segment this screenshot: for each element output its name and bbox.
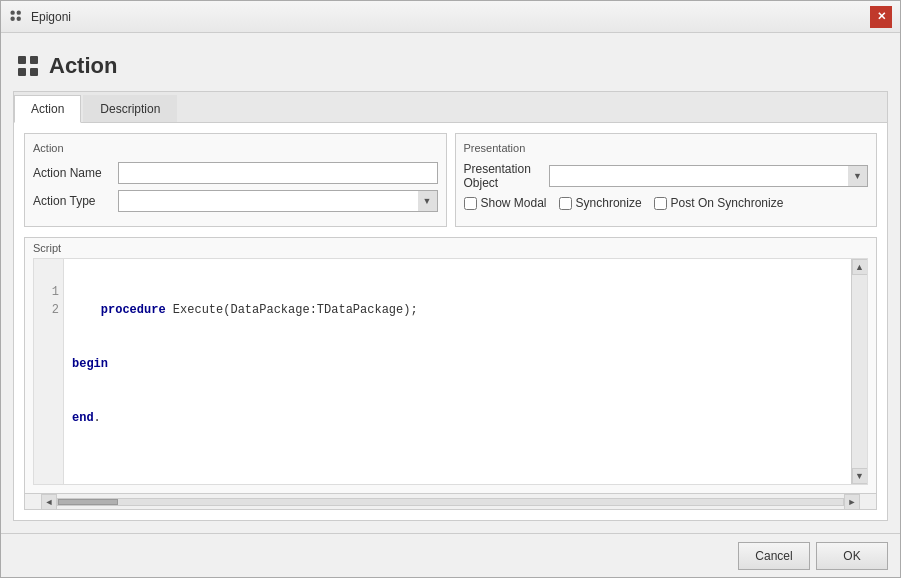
scrollbar-x: ◄ ► [25, 493, 876, 509]
code-line-end: end. [72, 409, 859, 427]
line-number: 2 [38, 301, 59, 319]
scroll-right-button[interactable]: ► [844, 494, 860, 510]
line-number [38, 265, 59, 283]
scrollbar-x-thumb[interactable] [58, 499, 118, 505]
scrollbar-y[interactable]: ▲ ▼ [851, 259, 867, 484]
scroll-left-button[interactable]: ◄ [41, 494, 57, 510]
top-panels: Action Action Name Action Type ▼ [24, 133, 877, 227]
window-title: Epigoni [31, 10, 870, 24]
tab-action[interactable]: Action [14, 95, 81, 123]
tab-description[interactable]: Description [83, 95, 177, 122]
page-header: Action [13, 45, 888, 91]
content-area: Action Action Description Action Action … [1, 33, 900, 533]
show-modal-label: Show Modal [481, 196, 547, 210]
action-type-select-wrapper: ▼ [118, 190, 438, 212]
line-numbers: 1 2 [34, 259, 64, 484]
script-panel-label: Script [25, 238, 876, 258]
code-line-procedure: procedure Execute(DataPackage:TDataPacka… [72, 301, 859, 319]
post-on-synchronize-label: Post On Synchronize [671, 196, 784, 210]
main-window: Epigoni ✕ Action Action Description [0, 0, 901, 578]
svg-point-1 [17, 10, 21, 14]
close-button[interactable]: ✕ [870, 6, 892, 28]
action-name-row: Action Name [33, 162, 438, 184]
scrollbar-x-track [57, 498, 844, 506]
synchronize-checkbox-item[interactable]: Synchronize [559, 196, 642, 210]
script-panel: Script 1 2 procedure Execute(DataPackage… [24, 237, 877, 510]
action-type-label: Action Type [33, 194, 118, 208]
svg-point-2 [10, 16, 14, 20]
tabs-container: Action Description Action Action Name Ac… [13, 91, 888, 521]
checkboxes-row: Show Modal Synchronize Post On Synchroni… [464, 196, 869, 210]
tab-action-content: Action Action Name Action Type ▼ [14, 123, 887, 520]
synchronize-checkbox[interactable] [559, 197, 572, 210]
action-name-input[interactable] [118, 162, 438, 184]
svg-rect-4 [18, 56, 26, 64]
presentation-object-label: Presentation Object [464, 162, 549, 190]
presentation-object-select[interactable] [549, 165, 869, 187]
svg-rect-7 [30, 68, 38, 76]
svg-rect-5 [30, 56, 38, 64]
show-modal-checkbox-item[interactable]: Show Modal [464, 196, 547, 210]
tab-bar: Action Description [14, 92, 887, 123]
app-icon [9, 9, 25, 25]
post-on-synchronize-checkbox-item[interactable]: Post On Synchronize [654, 196, 784, 210]
presentation-object-row: Presentation Object ▼ [464, 162, 869, 190]
code-line-begin: begin [72, 355, 859, 373]
line-number: 1 [38, 283, 59, 301]
post-on-synchronize-checkbox[interactable] [654, 197, 667, 210]
script-code[interactable]: procedure Execute(DataPackage:TDataPacka… [64, 259, 867, 484]
header-grid-icon [17, 55, 39, 77]
svg-point-0 [10, 10, 14, 14]
titlebar: Epigoni ✕ [1, 1, 900, 33]
bottom-bar: Cancel OK [1, 533, 900, 577]
scroll-up-button[interactable]: ▲ [852, 259, 868, 275]
presentation-object-select-wrapper: ▼ [549, 165, 869, 187]
scrollbar-y-track [852, 275, 867, 468]
page-title: Action [49, 53, 117, 79]
action-panel-label: Action [33, 142, 438, 154]
action-panel: Action Action Name Action Type ▼ [24, 133, 447, 227]
cancel-button[interactable]: Cancel [738, 542, 810, 570]
svg-point-3 [17, 16, 21, 20]
action-type-row: Action Type ▼ [33, 190, 438, 212]
script-editor: 1 2 procedure Execute(DataPackage:TDataP… [33, 258, 868, 485]
scroll-down-button[interactable]: ▼ [852, 468, 868, 484]
action-name-label: Action Name [33, 166, 118, 180]
show-modal-checkbox[interactable] [464, 197, 477, 210]
ok-button[interactable]: OK [816, 542, 888, 570]
svg-rect-6 [18, 68, 26, 76]
presentation-panel-label: Presentation [464, 142, 869, 154]
synchronize-label: Synchronize [576, 196, 642, 210]
action-type-select[interactable] [118, 190, 438, 212]
presentation-panel: Presentation Presentation Object ▼ [455, 133, 878, 227]
